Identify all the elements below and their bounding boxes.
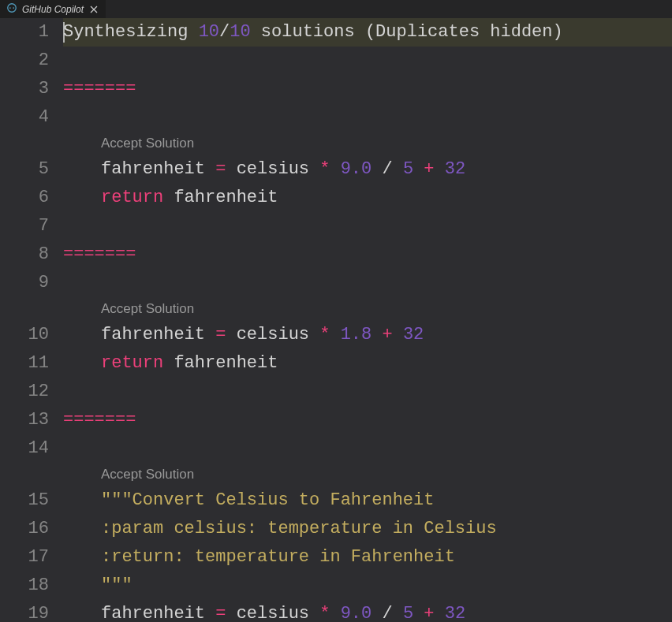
token: ======= [63,240,136,269]
token [435,155,445,184]
token [371,321,382,349]
token: / [382,600,392,622]
code-line[interactable] [63,212,672,240]
token [413,600,424,622]
code-line[interactable]: """ [63,572,672,600]
line-number: 10 [0,321,49,349]
accept-solution-link[interactable]: Accept Solution [63,463,672,486]
token [330,600,340,622]
line-number: 17 [0,543,49,572]
token: :return: temperature in Fahrenheit [101,543,455,572]
token: = [215,600,226,622]
code-line[interactable]: Synthesizing 10/10 solutions (Duplicates… [63,18,672,47]
editor[interactable]: 123456789101112131415161718192021 Synthe… [0,18,672,622]
line-number: 11 [0,349,49,378]
token: 1.8 [341,321,372,349]
token: celsius [226,155,319,184]
code-line[interactable]: :param celsius: temperature in Celsius [63,515,672,543]
close-icon[interactable] [88,4,99,15]
token: 9.0 [341,155,372,184]
svg-point-2 [13,7,14,9]
token [371,600,382,622]
accept-solution-link[interactable]: Accept Solution [63,297,672,321]
token: 5 [403,600,413,622]
line-number: 12 [0,378,49,406]
code-line[interactable] [63,47,672,75]
line-number: 18 [0,572,49,600]
gutter: 123456789101112131415161718192021 [0,18,63,622]
token [393,155,403,184]
token: Synthesizing [63,18,199,47]
line-number: 19 [0,600,49,622]
code-line[interactable] [63,269,672,297]
gutter-spacer [0,297,49,321]
line-number: 16 [0,515,49,543]
token [330,155,340,184]
token [371,155,382,184]
line-number: 5 [0,155,49,184]
token: :param celsius: temperature in Celsius [101,515,497,543]
line-number: 13 [0,406,49,434]
token [393,321,403,349]
token: """Convert Celsius to Fahrenheit [101,486,434,515]
line-number: 1 [0,18,49,47]
token [330,321,340,349]
code-line[interactable]: ======= [63,406,672,434]
tab-title: GitHub Copilot [22,4,84,15]
token: return [101,184,163,212]
token: 10 [199,18,219,47]
token: solutions (Duplicates hidden) [251,18,563,47]
token: celsius [226,321,319,349]
code-line[interactable]: fahrenheit = celsius * 9.0 / 5 + 32 [63,600,672,622]
code-line[interactable]: return fahrenheit [63,349,672,378]
line-number: 6 [0,184,49,212]
token: = [215,155,226,184]
gutter-spacer [0,463,49,486]
code-line[interactable]: ======= [63,240,672,269]
code-line[interactable]: fahrenheit = celsius * 1.8 + 32 [63,321,672,349]
code-line[interactable] [63,434,672,463]
svg-point-1 [9,7,11,9]
code-line[interactable] [63,103,672,132]
accept-solution-link[interactable]: Accept Solution [63,132,672,155]
token: 32 [403,321,424,349]
gutter-spacer [0,132,49,155]
token: celsius [226,600,319,622]
token: / [219,18,230,47]
line-number: 14 [0,434,49,463]
code-line[interactable]: fahrenheit = celsius * 9.0 / 5 + 32 [63,155,672,184]
token [393,600,403,622]
token: 10 [230,18,250,47]
token: ======= [63,75,136,103]
token: fahrenheit [163,184,278,212]
token: """ [101,572,133,600]
token: * [319,155,330,184]
svg-point-0 [8,4,17,13]
code-line[interactable]: ======= [63,75,672,103]
token: ======= [63,406,136,434]
code-line[interactable] [63,378,672,406]
token: fahrenheit [101,155,215,184]
token [435,600,445,622]
token: / [382,155,392,184]
token: fahrenheit [163,349,278,378]
token: 32 [445,155,465,184]
token: return [101,349,163,378]
copilot-icon [6,2,17,16]
code-line[interactable]: return fahrenheit [63,184,672,212]
token [413,155,424,184]
code-line[interactable]: :return: temperature in Fahrenheit [63,543,672,572]
token: 32 [445,600,465,622]
token: fahrenheit [101,600,215,622]
tab-github-copilot[interactable]: GitHub Copilot [0,0,106,18]
token: + [382,321,392,349]
code-line[interactable]: """Convert Celsius to Fahrenheit [63,486,672,515]
code-area[interactable]: Synthesizing 10/10 solutions (Duplicates… [63,18,672,622]
line-number: 2 [0,47,49,75]
token: fahrenheit [101,321,215,349]
token: = [215,321,226,349]
token: * [319,600,330,622]
line-number: 4 [0,103,49,132]
tab-bar: GitHub Copilot [0,0,672,18]
line-number: 9 [0,269,49,297]
